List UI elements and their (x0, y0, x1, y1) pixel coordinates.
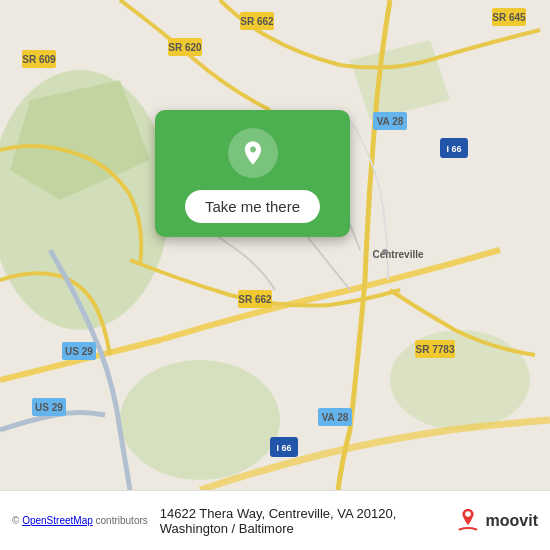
osm-link[interactable]: OpenStreetMap (22, 515, 93, 526)
svg-text:SR 645: SR 645 (492, 12, 526, 23)
svg-text:I 66: I 66 (276, 443, 291, 453)
svg-text:VA 28: VA 28 (322, 412, 349, 423)
location-card: Take me there (155, 110, 350, 237)
pin-icon-container (228, 128, 278, 178)
moovit-brand-text: moovit (486, 512, 538, 530)
svg-text:US 29: US 29 (35, 402, 63, 413)
svg-point-33 (465, 511, 471, 517)
svg-text:SR 609: SR 609 (22, 54, 56, 65)
map-pin-icon (239, 139, 267, 167)
take-me-there-button[interactable]: Take me there (185, 190, 320, 223)
moovit-icon (454, 507, 482, 535)
info-bar: © OpenStreetMap contributors 14622 Thera… (0, 490, 550, 550)
svg-text:US 29: US 29 (65, 346, 93, 357)
svg-point-31 (382, 249, 388, 255)
copyright-symbol: © (12, 515, 19, 526)
svg-text:SR 7783: SR 7783 (416, 344, 455, 355)
svg-text:I 66: I 66 (446, 144, 461, 154)
svg-text:SR 662: SR 662 (240, 16, 274, 27)
svg-point-2 (120, 360, 280, 480)
svg-text:Centreville: Centreville (372, 249, 424, 260)
contributors-text: contributors (96, 515, 148, 526)
svg-text:VA 28: VA 28 (377, 116, 404, 127)
svg-text:SR 662: SR 662 (238, 294, 272, 305)
moovit-logo: moovit (454, 507, 538, 535)
svg-text:SR 620: SR 620 (168, 42, 202, 53)
map-container: I 66 I 66 SR 609 SR 662 SR 620 SR 645 VA… (0, 0, 550, 490)
osm-credit: © OpenStreetMap contributors (12, 515, 148, 526)
svg-point-3 (390, 330, 530, 430)
address-text: 14622 Thera Way, Centreville, VA 20120, … (156, 506, 446, 536)
